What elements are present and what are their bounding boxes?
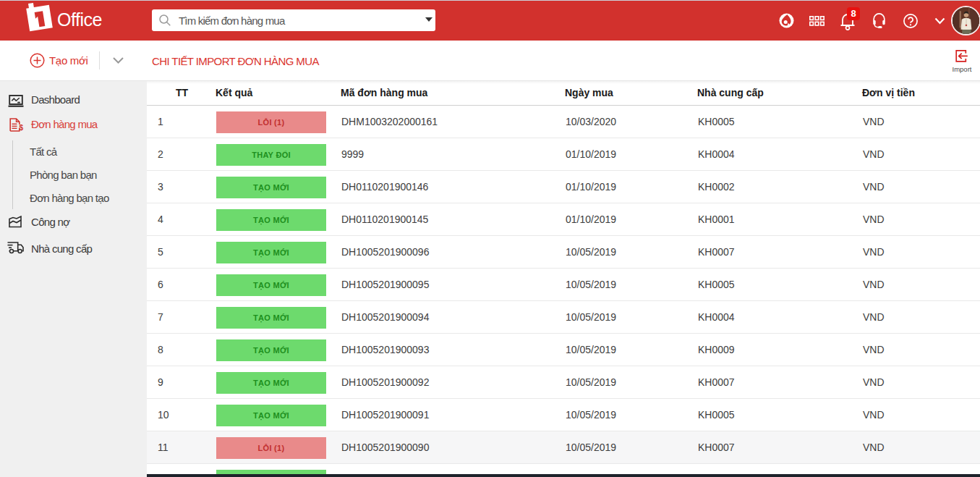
svg-text:$: $ xyxy=(19,124,23,132)
